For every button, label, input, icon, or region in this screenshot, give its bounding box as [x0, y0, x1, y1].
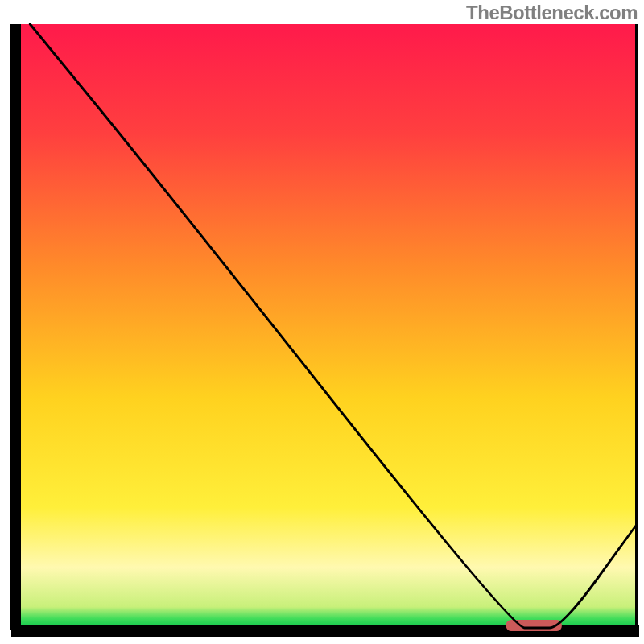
watermark-label: TheBottleneck.com [466, 2, 638, 24]
plot-background [18, 24, 636, 628]
bottleneck-chart [0, 0, 644, 644]
chart-container: TheBottleneck.com [0, 0, 644, 644]
